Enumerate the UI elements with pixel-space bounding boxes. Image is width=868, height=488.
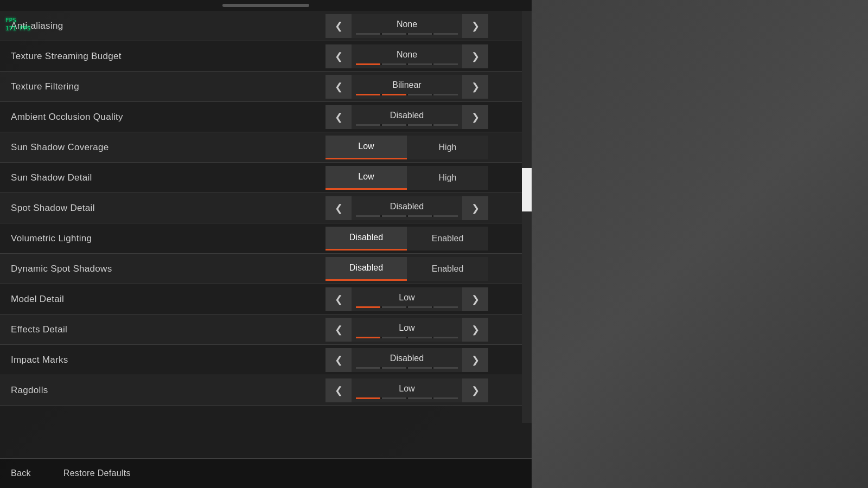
- bar-segment-0: [356, 33, 380, 35]
- top-bar-indicator: [222, 4, 309, 7]
- setting-label-anti-aliasing: Anti-aliasing: [11, 21, 326, 31]
- bar-segment-3: [433, 63, 458, 65]
- left-arrow-btn-impact-marks[interactable]: ❮: [326, 348, 352, 372]
- left-arrow-btn-model-detail[interactable]: ❮: [326, 287, 352, 311]
- bar-segment-3: [433, 397, 458, 399]
- bar-segment-0: [356, 63, 380, 65]
- right-arrow-btn-ambient-occlusion-quality[interactable]: ❯: [462, 105, 488, 129]
- value-display-anti-aliasing: None: [352, 14, 462, 38]
- setting-control-effects-detail: ❮Low❯: [326, 318, 521, 342]
- bar-segment-1: [382, 337, 406, 338]
- setting-row-sun-shadow-detail: Sun Shadow DetailLowHigh: [0, 163, 532, 193]
- left-arrow-btn-ambient-occlusion-quality[interactable]: ❮: [326, 105, 352, 129]
- settings-panel: FPS171 FPS Anti-aliasing❮None❯Texture St…: [0, 0, 532, 488]
- bar-segment-2: [408, 124, 432, 126]
- right-arrow-btn-texture-filtering[interactable]: ❯: [462, 75, 488, 99]
- right-arrow-btn-spot-shadow-detail[interactable]: ❯: [462, 196, 488, 220]
- value-display-texture-streaming-budget: None: [352, 44, 462, 68]
- bar-segment-2: [408, 94, 432, 95]
- right-arrow-btn-model-detail[interactable]: ❯: [462, 287, 488, 311]
- value-display-spot-shadow-detail: Disabled: [352, 196, 462, 220]
- value-text-ambient-occlusion-quality: Disabled: [390, 111, 424, 120]
- toggle-option2-volumetric-lighting[interactable]: Enabled: [407, 227, 488, 251]
- bar-segment-1: [382, 397, 406, 399]
- value-bar-texture-streaming-budget: [356, 63, 458, 65]
- value-text-spot-shadow-detail: Disabled: [390, 202, 424, 211]
- toggle-option1-sun-shadow-detail[interactable]: Low: [326, 166, 407, 190]
- bar-segment-1: [382, 94, 406, 95]
- toggle-option1-dynamic-spot-shadows[interactable]: Disabled: [326, 257, 407, 281]
- bar-segment-3: [433, 367, 458, 369]
- right-arrow-btn-anti-aliasing[interactable]: ❯: [462, 14, 488, 38]
- value-text-texture-streaming-budget: None: [397, 50, 417, 60]
- toggle-option2-sun-shadow-detail[interactable]: High: [407, 166, 488, 190]
- value-text-texture-filtering: Bilinear: [392, 80, 421, 90]
- value-display-ragdolls: Low: [352, 378, 462, 402]
- setting-label-spot-shadow-detail: Spot Shadow Detail: [11, 203, 326, 214]
- bar-segment-2: [408, 397, 432, 399]
- back-button[interactable]: Back: [11, 468, 31, 478]
- setting-label-ragdolls: Ragdolls: [11, 385, 326, 396]
- arrow-control-spot-shadow-detail: ❮Disabled❯: [326, 196, 488, 220]
- scrollbar-track[interactable]: [522, 11, 532, 423]
- arrow-control-effects-detail: ❮Low❯: [326, 318, 488, 342]
- right-arrow-btn-ragdolls[interactable]: ❯: [462, 378, 488, 402]
- value-bar-model-detail: [356, 306, 458, 308]
- left-arrow-btn-texture-filtering[interactable]: ❮: [326, 75, 352, 99]
- left-arrow-btn-texture-streaming-budget[interactable]: ❮: [326, 44, 352, 68]
- bar-segment-2: [408, 33, 432, 35]
- setting-label-sun-shadow-detail: Sun Shadow Detail: [11, 172, 326, 183]
- value-text-impact-marks: Disabled: [390, 354, 424, 363]
- value-bar-effects-detail: [356, 337, 458, 338]
- bar-segment-3: [433, 337, 458, 338]
- setting-row-volumetric-lighting: Volumetric LightingDisabledEnabled: [0, 223, 532, 254]
- setting-control-anti-aliasing: ❮None❯: [326, 14, 521, 38]
- setting-label-dynamic-spot-shadows: Dynamic Spot Shadows: [11, 264, 326, 274]
- left-arrow-btn-effects-detail[interactable]: ❮: [326, 318, 352, 342]
- setting-row-texture-filtering: Texture Filtering❮Bilinear❯: [0, 72, 532, 102]
- setting-row-model-detail: Model Detail❮Low❯: [0, 284, 532, 314]
- bar-segment-1: [382, 63, 406, 65]
- setting-row-sun-shadow-coverage: Sun Shadow CoverageLowHigh: [0, 132, 532, 163]
- left-arrow-btn-ragdolls[interactable]: ❮: [326, 378, 352, 402]
- setting-control-sun-shadow-coverage: LowHigh: [326, 136, 521, 159]
- bar-segment-2: [408, 337, 432, 338]
- arrow-control-texture-streaming-budget: ❮None❯: [326, 44, 488, 68]
- toggle-option2-sun-shadow-coverage[interactable]: High: [407, 136, 488, 159]
- right-arrow-btn-impact-marks[interactable]: ❯: [462, 348, 488, 372]
- setting-row-effects-detail: Effects Detail❮Low❯: [0, 314, 532, 345]
- top-bar: [0, 0, 532, 11]
- arrow-control-ragdolls: ❮Low❯: [326, 378, 488, 402]
- left-arrow-btn-anti-aliasing[interactable]: ❮: [326, 14, 352, 38]
- toggle-option1-volumetric-lighting[interactable]: Disabled: [326, 227, 407, 251]
- right-background-area: [532, 0, 868, 488]
- toggle-option1-sun-shadow-coverage[interactable]: Low: [326, 136, 407, 159]
- setting-control-dynamic-spot-shadows: DisabledEnabled: [326, 257, 521, 281]
- bar-segment-0: [356, 397, 380, 399]
- settings-list: Anti-aliasing❮None❯Texture Streaming Bud…: [0, 11, 532, 458]
- setting-control-ambient-occlusion-quality: ❮Disabled❯: [326, 105, 521, 129]
- value-text-anti-aliasing: None: [397, 20, 417, 29]
- bar-segment-1: [382, 215, 406, 217]
- scrollbar-thumb[interactable]: [522, 168, 532, 211]
- setting-label-texture-streaming-budget: Texture Streaming Budget: [11, 51, 326, 62]
- arrow-control-model-detail: ❮Low❯: [326, 287, 488, 311]
- left-arrow-btn-spot-shadow-detail[interactable]: ❮: [326, 196, 352, 220]
- setting-control-model-detail: ❮Low❯: [326, 287, 521, 311]
- setting-label-impact-marks: Impact Marks: [11, 355, 326, 365]
- value-bar-ragdolls: [356, 397, 458, 399]
- bar-segment-0: [356, 367, 380, 369]
- setting-row-anti-aliasing: Anti-aliasing❮None❯: [0, 11, 532, 41]
- bar-segment-3: [433, 94, 458, 95]
- right-arrow-btn-effects-detail[interactable]: ❯: [462, 318, 488, 342]
- setting-row-ragdolls: Ragdolls❮Low❯: [0, 375, 532, 406]
- toggle-control-volumetric-lighting: DisabledEnabled: [326, 227, 488, 251]
- restore-defaults-button[interactable]: Restore Defaults: [63, 468, 131, 478]
- bar-segment-0: [356, 337, 380, 338]
- toggle-option2-dynamic-spot-shadows[interactable]: Enabled: [407, 257, 488, 281]
- arrow-control-ambient-occlusion-quality: ❮Disabled❯: [326, 105, 488, 129]
- bar-segment-3: [433, 124, 458, 126]
- toggle-control-dynamic-spot-shadows: DisabledEnabled: [326, 257, 488, 281]
- right-arrow-btn-texture-streaming-budget[interactable]: ❯: [462, 44, 488, 68]
- bar-segment-0: [356, 94, 380, 95]
